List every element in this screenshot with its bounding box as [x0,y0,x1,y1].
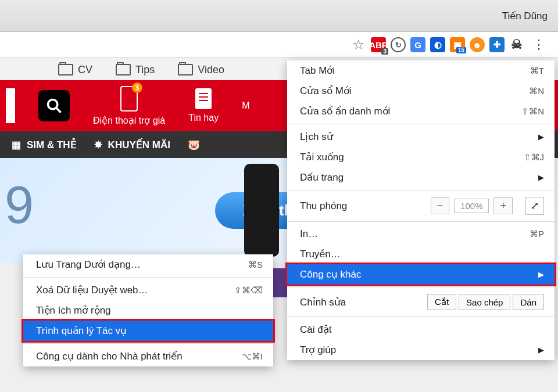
banner-phone-image [244,164,279,257]
piggy-icon: 🐷 [188,139,200,151]
bookmark-folder-tips[interactable]: Tips [116,64,155,76]
menu-new-tab[interactable]: Tab Mới⌘T [287,60,555,81]
svg-line-1 [56,108,61,113]
profile-name: Tiến Dũng [502,10,548,22]
menu-cast[interactable]: Truyền… [287,244,555,264]
skull-ext-icon[interactable]: ☠ [509,37,524,52]
submenu-extensions[interactable]: Tiện ích mở rộng [23,300,273,321]
chevron-right-icon: ▶ [538,270,544,279]
submenu-clear-browsing-data[interactable]: Xoá Dữ liệu Duyệt web…⇧⌘⌫ [23,280,273,300]
cut-button[interactable]: Cắt [427,294,456,310]
menu-settings[interactable]: Cài đặt [287,319,555,340]
tampermonkey-icon[interactable]: ☻ [470,37,485,52]
extension-orange-icon[interactable]: ▣15 [450,37,465,52]
copy-button[interactable]: Sao chép [459,294,510,310]
menu-zoom: Thu phóng − 100% + ⤢ [287,193,555,219]
document-icon [195,88,212,109]
banner-decoration: 9 [5,175,34,235]
chevron-right-icon: ▶ [538,173,544,182]
submenu-save-page-as[interactable]: Lưu Trang Dưới dạng…⌘S [23,254,273,275]
reload-ext-icon[interactable]: ↻ [391,37,406,52]
zoom-in-button[interactable]: + [493,197,513,214]
logo-fragment [6,88,15,123]
menu-new-window[interactable]: Cửa sổ Mới⌘N [287,81,555,101]
sparkle-icon: ✸ [94,139,102,151]
chrome-main-menu: Tab Mới⌘T Cửa sổ Mới⌘N Cửa sổ ẩn danh mớ… [287,60,555,360]
folder-icon [116,64,131,75]
nav-news[interactable]: Tin hay [188,88,219,123]
bookmark-star-icon[interactable]: ☆ [352,37,365,53]
bookmark-folder-cv[interactable]: CV [58,64,92,76]
adblock-icon[interactable]: ABP3 [371,37,386,52]
nav-phone-deals[interactable]: Điện thoại trợ giá [93,86,165,126]
sim-icon: ▦ [12,139,21,151]
google-translate-icon[interactable]: G [410,37,425,52]
browser-toolbar: ☆ ABP3 ↻ G ◐ ▣15 ☻ ✚ ☠ ⋮ [0,32,558,58]
menu-print[interactable]: In…⌘P [287,224,555,244]
zoom-value: 100% [454,199,489,213]
menu-edit: Chỉnh sửa Cắt Sao chép Dán [287,290,555,314]
macos-titlebar: Tiến Dũng [0,0,558,32]
phone-icon [120,86,138,112]
menu-history[interactable]: Lịch sử▶ [287,127,555,147]
nav-piggy[interactable]: 🐷 [188,139,200,151]
more-tools-submenu: Lưu Trang Dưới dạng…⌘S Xoá Dữ liệu Duyệt… [23,254,273,366]
extension-icons: ABP3 ↻ G ◐ ▣15 ☻ ✚ ☠ ⋮ [371,37,552,52]
zoom-out-button[interactable]: − [431,197,450,214]
svg-point-0 [48,100,58,109]
menu-incognito[interactable]: Cửa sổ ẩn danh mới⇧⌘N [287,101,555,121]
submenu-developer-tools[interactable]: Công cụ dành cho Nhà phát triển⌥⌘I [23,346,273,366]
menu-more-tools[interactable]: Công cụ khác▶ [287,264,555,285]
extension-blue-icon[interactable]: ◐ [430,37,445,52]
fullscreen-button[interactable]: ⤢ [525,197,544,215]
search-button[interactable] [38,90,70,121]
chevron-right-icon: ▶ [538,132,544,141]
chevron-right-icon: ▶ [538,346,544,354]
nav-promotions[interactable]: ✸KHUYẾN MÃI [94,139,170,151]
nav-sim-card[interactable]: ▦SIM & THẺ [12,139,77,151]
submenu-task-manager[interactable]: Trình quản lý Tác vụ [23,321,273,341]
bookmark-folder-video[interactable]: Video [178,64,224,76]
chrome-menu-button[interactable]: ⋮ [529,37,549,52]
menu-help[interactable]: Trợ giúp▶ [287,340,555,360]
menu-downloads[interactable]: Tải xuống⇧⌘J [287,147,555,167]
folder-icon [178,64,193,75]
folder-icon [58,64,73,75]
paste-button[interactable]: Dán [513,294,544,310]
nav-m[interactable]: M [242,100,249,111]
menu-bookmarks[interactable]: Dấu trang▶ [287,167,555,188]
shield-ext-icon[interactable]: ✚ [489,37,505,52]
